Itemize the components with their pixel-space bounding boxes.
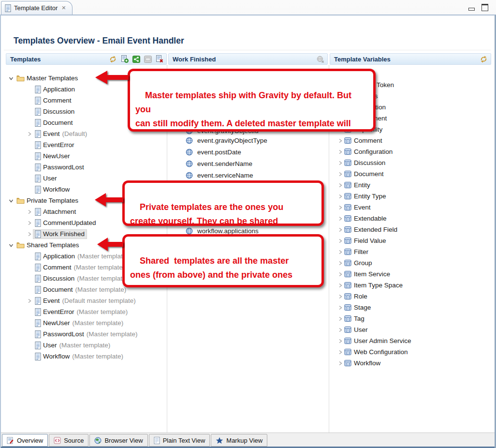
tab-template-editor[interactable]: Template Editor ✕ bbox=[1, 1, 73, 15]
chevron-collapsed-icon[interactable] bbox=[337, 227, 343, 233]
variable-icon bbox=[344, 170, 351, 178]
tab-browser-view[interactable]: Browser View bbox=[89, 434, 147, 447]
variable-type-user[interactable]: User bbox=[329, 324, 491, 335]
chevron-collapsed-icon[interactable] bbox=[337, 349, 343, 355]
tree-item-passwordlost[interactable]: PasswordLost(Master template) bbox=[6, 329, 167, 340]
chevron-collapsed-icon[interactable] bbox=[337, 216, 343, 222]
folder-icon bbox=[16, 75, 25, 82]
variable-type-label: Discussion bbox=[354, 159, 385, 166]
chevron-collapsed-icon[interactable] bbox=[337, 171, 343, 177]
tree-item-newuser[interactable]: NewUser bbox=[6, 150, 167, 162]
variable-item-event-gravityobjecttype[interactable]: event.gravityObjectType bbox=[186, 136, 267, 145]
tree-item-body: Comment(Master template) bbox=[33, 263, 127, 272]
variable-type-entity[interactable]: Entity bbox=[329, 179, 491, 191]
variable-item-event-postdate[interactable]: event.postDate bbox=[186, 148, 241, 156]
variable-type-extendable[interactable]: Extendable bbox=[329, 213, 491, 224]
variable-type-group[interactable]: Group bbox=[329, 257, 491, 269]
tree-item-label: Application bbox=[43, 253, 75, 260]
minimize-icon[interactable] bbox=[468, 8, 475, 11]
variable-type-discussion[interactable]: Discussion bbox=[329, 157, 491, 168]
chevron-collapsed-icon[interactable] bbox=[337, 160, 343, 166]
chevron-collapsed-icon[interactable] bbox=[337, 271, 343, 277]
variable-type-configuration[interactable]: Configuration bbox=[329, 146, 491, 157]
tree-item-body: Master Templates bbox=[15, 74, 80, 82]
chevron-collapsed-icon[interactable] bbox=[337, 327, 343, 333]
tree-item-body: User(Master template) bbox=[33, 341, 112, 350]
browser-icon bbox=[94, 437, 102, 444]
new-template-icon[interactable] bbox=[120, 55, 129, 63]
refresh-icon[interactable] bbox=[480, 55, 488, 63]
variable-type-item-service[interactable]: Item Service bbox=[329, 269, 491, 280]
tree-item-label: Attachment bbox=[43, 208, 76, 215]
variable-type-workflow[interactable]: Workflow bbox=[329, 358, 491, 369]
variable-type-role[interactable]: Role bbox=[329, 291, 491, 302]
add-variable-icon bbox=[316, 55, 324, 63]
tab-source[interactable]: Source bbox=[49, 434, 88, 447]
chevron-collapsed-icon[interactable] bbox=[337, 316, 343, 322]
tree-item-eventerror[interactable]: EventError(Master template) bbox=[6, 306, 167, 317]
variable-type-label: Document bbox=[354, 170, 384, 178]
chevron-collapsed-icon[interactable] bbox=[337, 138, 343, 144]
template-icon bbox=[35, 186, 41, 194]
maximize-icon[interactable] bbox=[481, 4, 488, 11]
close-icon[interactable]: ✕ bbox=[61, 5, 66, 11]
tree-item-suffix: (Master template) bbox=[77, 275, 128, 282]
variable-type-user-admin-service[interactable]: User Admin Service bbox=[329, 335, 491, 346]
tree-item-newuser[interactable]: NewUser(Master template) bbox=[6, 317, 167, 329]
variable-type-label: Web Configuration bbox=[354, 348, 408, 356]
share-template-icon[interactable] bbox=[132, 55, 140, 63]
chevron-collapsed-icon[interactable] bbox=[337, 205, 343, 210]
variable-type-extended-field[interactable]: Extended Field bbox=[329, 224, 491, 235]
tree-item-passwordlost[interactable]: PasswordLost bbox=[6, 162, 167, 173]
chevron-collapsed-icon[interactable] bbox=[337, 260, 343, 266]
chevron-collapsed-icon[interactable] bbox=[26, 131, 32, 137]
template-icon bbox=[35, 108, 41, 116]
tree-item-workflow[interactable]: Workflow(Master template) bbox=[6, 351, 167, 362]
tab-plain-text-view[interactable]: Plain Text View bbox=[149, 434, 210, 447]
variable-icon bbox=[344, 293, 351, 300]
chevron-collapsed-icon[interactable] bbox=[337, 182, 343, 188]
chevron-collapsed-icon[interactable] bbox=[337, 338, 343, 344]
variable-icon bbox=[344, 237, 351, 244]
tree-item-label: Discussion bbox=[43, 275, 74, 282]
variable-type-web-configuration[interactable]: Web Configuration bbox=[329, 346, 491, 358]
tree-item-eventerror[interactable]: EventError bbox=[6, 139, 167, 150]
chevron-expanded-icon[interactable] bbox=[8, 242, 14, 248]
template-variables-toolbar bbox=[480, 55, 488, 63]
tab-overview[interactable]: Overview bbox=[2, 434, 48, 447]
chevron-collapsed-icon[interactable] bbox=[337, 283, 343, 288]
chevron-collapsed-icon[interactable] bbox=[337, 249, 343, 255]
tree-item-event[interactable]: Event(Default master template) bbox=[6, 295, 167, 306]
variable-type-entity-type[interactable]: Entity Type bbox=[329, 191, 491, 202]
chevron-collapsed-icon[interactable] bbox=[26, 298, 32, 304]
chevron-expanded-icon[interactable] bbox=[8, 75, 14, 81]
chevron-collapsed-icon[interactable] bbox=[26, 209, 32, 215]
chevron-collapsed-icon[interactable] bbox=[337, 194, 343, 199]
refresh-icon[interactable] bbox=[109, 55, 117, 63]
template-icon bbox=[35, 275, 41, 283]
chevron-collapsed-icon[interactable] bbox=[26, 231, 32, 237]
chevron-collapsed-icon[interactable] bbox=[337, 149, 343, 155]
tab-markup-view[interactable]: Markup View bbox=[211, 434, 267, 447]
tree-item-label: Work Finished bbox=[43, 230, 85, 238]
chevron-collapsed-icon[interactable] bbox=[337, 360, 343, 366]
variable-type-document[interactable]: Document bbox=[329, 168, 491, 179]
tree-item-user[interactable]: User(Master template) bbox=[6, 340, 167, 351]
chevron-collapsed-icon[interactable] bbox=[337, 238, 343, 244]
variable-type-event[interactable]: Event bbox=[329, 202, 491, 213]
variable-type-comment[interactable]: Comment bbox=[329, 135, 491, 146]
variable-item-event-sendername[interactable]: event.senderName bbox=[186, 160, 252, 168]
variable-type-item-type-space[interactable]: Item Type Space bbox=[329, 280, 491, 291]
chevron-collapsed-icon[interactable] bbox=[337, 294, 343, 299]
chevron-collapsed-icon[interactable] bbox=[337, 305, 343, 311]
variable-type-stage[interactable]: Stage bbox=[329, 302, 491, 313]
tree-item-suffix: (Default) bbox=[62, 130, 88, 137]
variable-item-event-servicename[interactable]: event.serviceName bbox=[186, 171, 253, 179]
delete-template-icon[interactable] bbox=[155, 55, 163, 63]
variable-icon bbox=[344, 326, 351, 333]
variable-type-field-value[interactable]: Field Value bbox=[329, 235, 491, 246]
chevron-collapsed-icon[interactable] bbox=[26, 220, 32, 226]
variable-type-tag[interactable]: Tag bbox=[329, 313, 491, 324]
variable-type-filter[interactable]: Filter bbox=[329, 246, 491, 257]
chevron-expanded-icon[interactable] bbox=[8, 198, 14, 204]
